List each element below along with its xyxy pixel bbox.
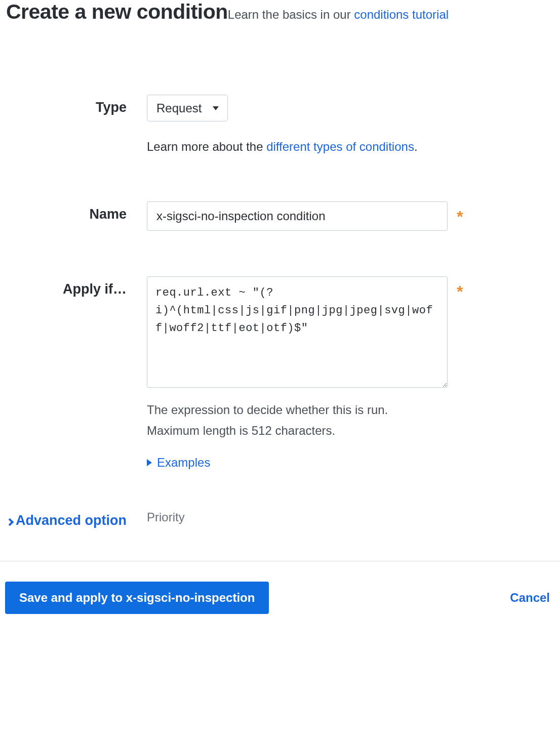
page-header: Create a new condition Learn the basics … xyxy=(0,0,560,24)
footer-bar: Save and apply to x-sigsci-no-inspection… xyxy=(0,561,560,624)
name-label-col: Name xyxy=(0,201,147,222)
save-button[interactable]: Save and apply to x-sigsci-no-inspection xyxy=(5,582,269,614)
name-field-col: * xyxy=(147,201,471,231)
advanced-field-col: Priority xyxy=(147,510,471,524)
apply-if-row: Apply if… req.url.ext ~ "(?i)^(html|css|… xyxy=(0,276,560,470)
required-asterisk-icon: * xyxy=(457,208,463,226)
form-area: Type Request Learn more about the differ… xyxy=(0,24,560,530)
advanced-option-label: Advanced option xyxy=(16,513,127,528)
examples-toggle[interactable]: Examples xyxy=(147,456,210,470)
name-label: Name xyxy=(89,207,127,222)
chevron-right-icon xyxy=(6,518,14,526)
conditions-tutorial-link[interactable]: conditions tutorial xyxy=(354,8,449,21)
type-field-col: Request Learn more about the different t… xyxy=(147,95,471,156)
type-helper-prefix: Learn more about the xyxy=(147,140,266,153)
apply-if-helper-line2: Maximum length is 512 characters. xyxy=(147,421,471,441)
type-helper-text: Learn more about the different types of … xyxy=(147,138,471,156)
types-of-conditions-link[interactable]: different types of conditions xyxy=(266,140,414,153)
name-input[interactable] xyxy=(147,201,448,231)
required-asterisk-icon: * xyxy=(457,282,463,301)
apply-if-helper: The expression to decide whether this is… xyxy=(147,400,471,441)
cancel-button[interactable]: Cancel xyxy=(510,591,550,605)
advanced-row: Advanced option Priority xyxy=(0,510,560,531)
advanced-label-col: Advanced option xyxy=(0,510,147,531)
type-row: Type Request Learn more about the differ… xyxy=(0,95,560,156)
advanced-value: Priority xyxy=(147,509,185,524)
name-row: Name * xyxy=(0,201,560,231)
apply-if-label: Apply if… xyxy=(63,281,127,297)
apply-if-label-col: Apply if… xyxy=(0,276,147,297)
type-select-wrap: Request xyxy=(147,95,228,121)
subtitle-prefix: Learn the basics in our xyxy=(228,8,354,21)
subtitle-text: Learn the basics in our conditions tutor… xyxy=(228,8,449,22)
type-helper-suffix: . xyxy=(414,140,418,153)
triangle-right-icon xyxy=(147,459,152,466)
type-select[interactable]: Request xyxy=(147,95,228,121)
apply-if-helper-line1: The expression to decide whether this is… xyxy=(147,400,471,421)
examples-label: Examples xyxy=(157,456,210,470)
type-label-col: Type xyxy=(0,95,147,115)
type-label: Type xyxy=(96,100,127,115)
apply-if-textarea[interactable]: req.url.ext ~ "(?i)^(html|css|js|gif|png… xyxy=(147,276,448,388)
apply-if-field-col: req.url.ext ~ "(?i)^(html|css|js|gif|png… xyxy=(147,276,471,470)
advanced-option-toggle[interactable]: Advanced option xyxy=(7,510,127,531)
page-title: Create a new condition xyxy=(6,0,228,24)
